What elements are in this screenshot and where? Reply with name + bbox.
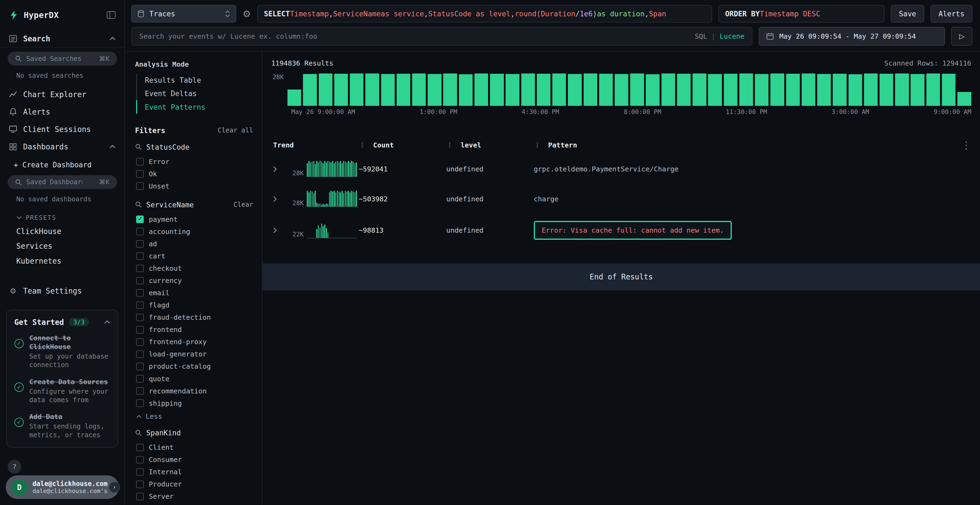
column-header-pattern[interactable]: Pattern bbox=[548, 141, 577, 149]
filter-option[interactable]: Producer bbox=[135, 478, 253, 490]
sidebar-item-clickhouse[interactable]: ClickHouse bbox=[0, 224, 124, 239]
checkbox[interactable] bbox=[136, 289, 144, 297]
sidebar-item-chart-explorer[interactable]: Chart Explorer bbox=[0, 86, 124, 103]
checkbox[interactable] bbox=[136, 182, 144, 190]
filter-option[interactable]: email bbox=[135, 287, 253, 299]
filter-option[interactable]: Error bbox=[135, 156, 253, 168]
mode-event-patterns[interactable]: Event Patterns bbox=[136, 100, 253, 113]
run-query-button[interactable]: ▷ bbox=[951, 27, 972, 46]
sql-select-editor[interactable]: SELECT Timestamp, ServiceName as service… bbox=[257, 5, 712, 22]
source-settings-gear-icon[interactable]: ⚙ bbox=[243, 8, 251, 19]
checkbox[interactable] bbox=[136, 444, 144, 451]
mode-event-deltas[interactable]: Event Deltas bbox=[136, 87, 253, 100]
chevron-up-icon[interactable] bbox=[110, 37, 116, 41]
search-icon[interactable] bbox=[135, 429, 142, 436]
checkbox[interactable] bbox=[136, 228, 144, 235]
checkbox[interactable] bbox=[136, 314, 144, 321]
checkbox[interactable] bbox=[136, 399, 144, 407]
clear-all-filters-link[interactable]: Clear all bbox=[218, 127, 253, 134]
expand-row-icon[interactable] bbox=[271, 166, 288, 172]
alerts-button[interactable]: Alerts bbox=[931, 5, 972, 22]
clear-group-link[interactable]: Clear bbox=[234, 201, 253, 208]
source-select[interactable]: Traces bbox=[131, 5, 236, 22]
date-range-picker[interactable]: May 26 09:09:54 - May 27 09:09:54 bbox=[759, 27, 945, 46]
filter-option[interactable]: currency bbox=[135, 275, 253, 287]
pattern-row[interactable]: 28K ~592041 undefined grpc.oteldemo.Paym… bbox=[271, 154, 971, 184]
filter-option[interactable]: Server bbox=[135, 490, 253, 503]
event-search-bar[interactable]: SQL | Lucene bbox=[131, 27, 752, 46]
filter-option[interactable]: Consumer bbox=[135, 454, 253, 466]
checkbox[interactable] bbox=[136, 387, 144, 395]
saved-dashboards-input[interactable]: ⌘K bbox=[8, 175, 117, 189]
column-header-count[interactable]: Count bbox=[373, 141, 394, 149]
get-started-step[interactable]: ✓ Connect to ClickHouse Set up your data… bbox=[14, 334, 110, 369]
column-resize-handle[interactable]: ⋮ bbox=[359, 141, 366, 149]
checkbox[interactable] bbox=[136, 468, 144, 476]
filter-option[interactable]: checkout bbox=[135, 262, 253, 275]
table-menu-icon[interactable]: ⋮ bbox=[956, 139, 971, 151]
save-button[interactable]: Save bbox=[891, 5, 924, 22]
column-resize-handle[interactable]: ⋮ bbox=[534, 141, 541, 149]
user-account-chip[interactable]: D dale@clickhouse.com dale@clickhouse.co… bbox=[6, 475, 119, 499]
filter-option[interactable]: cart bbox=[135, 250, 253, 262]
filter-option[interactable]: load-generator bbox=[135, 348, 253, 360]
lucene-language-toggle[interactable]: Lucene bbox=[720, 32, 745, 40]
checkbox[interactable] bbox=[136, 302, 144, 309]
filter-option[interactable]: Ok bbox=[135, 168, 253, 180]
create-dashboard-button[interactable]: + Create Dashboard bbox=[0, 156, 124, 173]
get-started-step[interactable]: ✓ Add Data Start sending logs, metrics, … bbox=[14, 413, 110, 440]
chevron-up-icon[interactable] bbox=[110, 145, 116, 149]
filter-option[interactable]: product-catalog bbox=[135, 360, 253, 373]
saved-searches-field[interactable] bbox=[26, 55, 83, 63]
checkbox[interactable] bbox=[136, 456, 144, 464]
help-button[interactable]: ? bbox=[8, 460, 22, 474]
filter-option[interactable]: flagd bbox=[135, 299, 253, 311]
column-resize-handle[interactable]: ⋮ bbox=[446, 141, 453, 149]
filter-option[interactable]: fraud-detection bbox=[135, 311, 253, 324]
saved-dashboards-field[interactable] bbox=[26, 178, 83, 186]
sidebar-item-services[interactable]: Services bbox=[0, 239, 124, 254]
checkbox[interactable] bbox=[136, 326, 144, 333]
filter-option[interactable]: Unset bbox=[135, 180, 253, 192]
search-icon[interactable] bbox=[135, 201, 142, 208]
checkbox[interactable] bbox=[136, 170, 144, 178]
show-less-link[interactable]: Less bbox=[135, 410, 253, 420]
sql-language-toggle[interactable]: SQL bbox=[695, 32, 707, 40]
order-by-editor[interactable]: ORDER BY Timestamp DESC bbox=[718, 5, 885, 22]
pattern-row[interactable]: 28K ~503982 undefined charge bbox=[271, 184, 971, 214]
mode-results-table[interactable]: Results Table bbox=[136, 73, 253, 87]
filter-option[interactable]: accounting bbox=[135, 226, 253, 238]
filter-option[interactable]: frontend bbox=[135, 324, 253, 336]
filter-option[interactable]: Client bbox=[135, 441, 253, 454]
checkbox[interactable] bbox=[136, 481, 144, 488]
checkbox[interactable] bbox=[136, 363, 144, 370]
filter-option[interactable]: quote bbox=[135, 373, 253, 385]
checkbox[interactable] bbox=[136, 240, 144, 248]
sidebar-item-kubernetes[interactable]: Kubernetes bbox=[0, 254, 124, 268]
sidebar-item-client-sessions[interactable]: Client Sessions bbox=[0, 121, 124, 138]
search-icon[interactable] bbox=[135, 143, 142, 150]
sidebar-item-team-settings[interactable]: ⚙ Team Settings bbox=[0, 282, 124, 300]
filter-option[interactable]: recommendation bbox=[135, 385, 253, 397]
expand-row-icon[interactable] bbox=[271, 227, 288, 233]
checkbox[interactable] bbox=[136, 277, 144, 284]
collapse-sidebar-icon[interactable] bbox=[107, 11, 116, 19]
saved-searches-input[interactable]: ⌘K bbox=[8, 52, 117, 65]
expand-row-icon[interactable] bbox=[271, 196, 288, 202]
search-input[interactable] bbox=[139, 32, 690, 40]
sidebar-item-search[interactable]: Search bbox=[0, 30, 124, 48]
filter-option[interactable]: ad bbox=[135, 238, 253, 250]
filter-option[interactable]: frontend-proxy bbox=[135, 336, 253, 348]
sidebar-item-dashboards[interactable]: Dashboards bbox=[0, 138, 124, 156]
filter-option[interactable]: payment bbox=[135, 213, 253, 226]
column-header-trend[interactable]: Trend bbox=[271, 141, 358, 149]
checkbox[interactable] bbox=[136, 252, 144, 260]
checkbox[interactable] bbox=[136, 493, 144, 500]
filter-option[interactable]: Internal bbox=[135, 466, 253, 478]
chevron-up-icon[interactable] bbox=[104, 320, 110, 324]
checkbox[interactable] bbox=[136, 375, 144, 383]
pattern-text-highlighted[interactable]: Error: Visa cache full: cannot add new i… bbox=[534, 221, 732, 240]
checkbox[interactable] bbox=[136, 351, 144, 358]
sidebar-item-alerts[interactable]: Alerts bbox=[0, 103, 124, 121]
column-header-level[interactable]: level bbox=[461, 141, 481, 149]
